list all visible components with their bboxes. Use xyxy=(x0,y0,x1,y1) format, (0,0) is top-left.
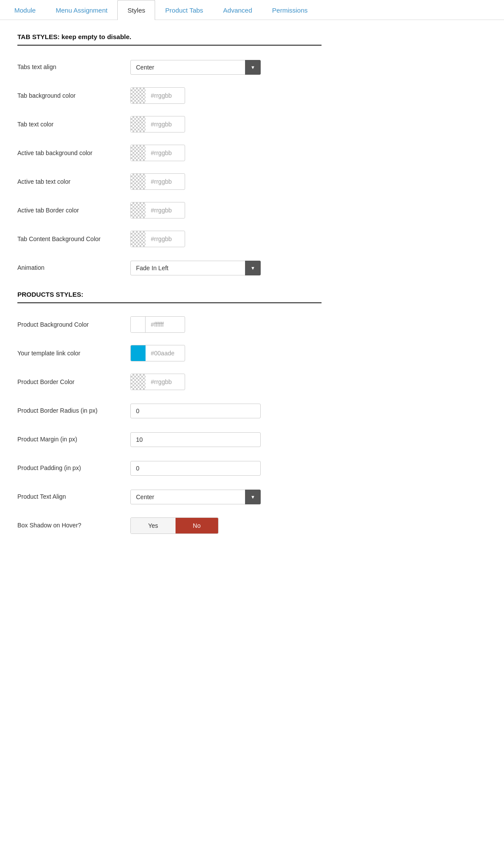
tab-styles-title: TAB STYLES: keep empty to disable. xyxy=(17,33,322,40)
tab-styles-divider xyxy=(17,45,322,46)
tab-bg-color-row: Tab background color #rrggbb xyxy=(17,86,322,106)
tabs-text-align-select[interactable]: Center Left Right xyxy=(130,60,261,75)
animation-label: Animation xyxy=(17,264,130,272)
tab-permissions[interactable]: Permissions xyxy=(262,0,318,20)
tab-content-bg-color-swatch xyxy=(131,231,146,247)
product-border-radius-row: Product Border Radius (in px) xyxy=(17,401,322,421)
product-margin-input[interactable] xyxy=(130,432,261,447)
tab-content-bg-color-text: #rrggbb xyxy=(146,232,185,246)
active-tab-border-color-control: #rrggbb xyxy=(130,202,322,219)
box-shadow-yes-button[interactable]: Yes xyxy=(131,518,176,533)
product-bg-color-input-wrapper[interactable]: #ffffff xyxy=(130,316,185,333)
product-margin-control xyxy=(130,432,322,447)
product-bg-color-control: #ffffff xyxy=(130,316,322,334)
product-padding-input[interactable] xyxy=(130,461,261,476)
tabs-text-align-select-wrapper: Center Left Right xyxy=(130,60,261,75)
animation-control: Fade In Left Fade In Right Fade In Up Fa… xyxy=(130,261,322,275)
box-shadow-no-button[interactable]: No xyxy=(176,518,218,533)
tab-navigation: Module Menu Assignment Styles Product Ta… xyxy=(0,0,504,20)
animation-row: Animation Fade In Left Fade In Right Fad… xyxy=(17,258,322,278)
product-border-radius-control xyxy=(130,404,322,418)
product-styles-section: PRODUCTS STYLES: Product Background Colo… xyxy=(17,291,322,535)
template-link-color-row: Your template link color #00aade xyxy=(17,344,322,363)
tab-text-color-label: Tab text color xyxy=(17,120,130,129)
product-bg-color-swatch xyxy=(131,317,146,332)
active-tab-bg-color-row: Active tab background color #rrggbb xyxy=(17,144,322,163)
tab-text-color-control: #rrggbb xyxy=(130,116,322,133)
product-text-align-label: Product Text Align xyxy=(17,493,130,501)
tab-text-color-row: Tab text color #rrggbb xyxy=(17,115,322,134)
active-tab-bg-color-control: #rrggbb xyxy=(130,145,322,162)
active-tab-border-color-input-wrapper[interactable]: #rrggbb xyxy=(130,202,185,219)
product-bg-color-label: Product Background Color xyxy=(17,321,130,329)
template-link-color-swatch xyxy=(131,345,146,361)
tab-text-color-input-wrapper[interactable]: #rrggbb xyxy=(130,116,185,132)
product-margin-row: Product Margin (in px) xyxy=(17,430,322,449)
tab-bg-color-swatch xyxy=(131,88,146,103)
template-link-color-text: #00aade xyxy=(146,346,185,360)
tab-module[interactable]: Module xyxy=(4,0,46,20)
product-border-color-input-wrapper[interactable]: #rrggbb xyxy=(130,374,185,390)
active-tab-bg-color-input-wrapper[interactable]: #rrggbb xyxy=(130,145,185,161)
product-border-radius-input[interactable] xyxy=(130,404,261,418)
tab-content-bg-color-control: #rrggbb xyxy=(130,231,322,248)
tab-styles[interactable]: Styles xyxy=(117,0,155,20)
animation-select[interactable]: Fade In Left Fade In Right Fade In Up Fa… xyxy=(130,261,261,275)
active-tab-text-color-row: Active tab text color #rrggbb xyxy=(17,172,322,192)
tab-product-tabs[interactable]: Product Tabs xyxy=(155,0,213,20)
tab-advanced[interactable]: Advanced xyxy=(213,0,262,20)
tab-bg-color-text: #rrggbb xyxy=(146,89,185,103)
product-padding-control xyxy=(130,461,322,476)
product-padding-label: Product Padding (in px) xyxy=(17,464,130,473)
box-shadow-hover-control: Yes No xyxy=(130,517,322,534)
product-text-align-select[interactable]: Center Left Right xyxy=(130,490,261,504)
template-link-color-input-wrapper[interactable]: #00aade xyxy=(130,345,185,361)
tab-bg-color-control: #rrggbb xyxy=(130,87,322,105)
product-border-color-control: #rrggbb xyxy=(130,374,322,391)
active-tab-text-color-input-wrapper[interactable]: #rrggbb xyxy=(130,173,185,190)
product-border-color-text: #rrggbb xyxy=(146,375,185,389)
tabs-text-align-control: Center Left Right xyxy=(130,60,322,75)
product-text-align-row: Product Text Align Center Left Right xyxy=(17,487,322,507)
tab-styles-section: TAB STYLES: keep empty to disable. Tabs … xyxy=(17,33,322,278)
tab-bg-color-input-wrapper[interactable]: #rrggbb xyxy=(130,87,185,104)
active-tab-border-color-text: #rrggbb xyxy=(146,203,185,217)
main-content: TAB STYLES: keep empty to disable. Tabs … xyxy=(0,20,339,561)
tab-bg-color-label: Tab background color xyxy=(17,92,130,100)
product-styles-divider xyxy=(17,302,322,303)
product-border-color-swatch xyxy=(131,374,146,390)
product-text-align-control: Center Left Right xyxy=(130,490,322,504)
product-border-radius-label: Product Border Radius (in px) xyxy=(17,407,130,415)
tab-text-color-text: #rrggbb xyxy=(146,117,185,131)
active-tab-bg-color-swatch xyxy=(131,145,146,161)
tab-menu-assignment[interactable]: Menu Assignment xyxy=(46,0,117,20)
active-tab-bg-color-label: Active tab background color xyxy=(17,149,130,158)
active-tab-text-color-text: #rrggbb xyxy=(146,175,185,189)
product-bg-color-text: #ffffff xyxy=(146,318,185,331)
product-text-align-select-wrapper: Center Left Right xyxy=(130,490,261,504)
tab-content-bg-color-row: Tab Content Background Color #rrggbb xyxy=(17,230,322,249)
product-padding-row: Product Padding (in px) xyxy=(17,459,322,478)
active-tab-border-color-label: Active tab Border color xyxy=(17,206,130,215)
product-border-color-label: Product Border Color xyxy=(17,378,130,387)
product-bg-color-row: Product Background Color #ffffff xyxy=(17,315,322,335)
active-tab-bg-color-text: #rrggbb xyxy=(146,146,185,160)
product-border-color-row: Product Border Color #rrggbb xyxy=(17,373,322,392)
product-styles-title: PRODUCTS STYLES: xyxy=(17,291,322,298)
box-shadow-hover-toggle: Yes No xyxy=(130,517,219,534)
active-tab-text-color-swatch xyxy=(131,174,146,189)
template-link-color-label: Your template link color xyxy=(17,349,130,358)
active-tab-border-color-swatch xyxy=(131,202,146,218)
box-shadow-hover-row: Box Shadow on Hover? Yes No xyxy=(17,516,322,535)
template-link-color-control: #00aade xyxy=(130,345,322,362)
tab-content-bg-color-label: Tab Content Background Color xyxy=(17,235,130,244)
box-shadow-hover-label: Box Shadow on Hover? xyxy=(17,521,130,530)
active-tab-text-color-control: #rrggbb xyxy=(130,173,322,191)
product-margin-label: Product Margin (in px) xyxy=(17,435,130,444)
tab-content-bg-color-input-wrapper[interactable]: #rrggbb xyxy=(130,231,185,247)
tabs-text-align-label: Tabs text align xyxy=(17,63,130,72)
active-tab-border-color-row: Active tab Border color #rrggbb xyxy=(17,201,322,220)
active-tab-text-color-label: Active tab text color xyxy=(17,178,130,186)
tabs-text-align-row: Tabs text align Center Left Right xyxy=(17,58,322,77)
tab-text-color-swatch xyxy=(131,116,146,132)
